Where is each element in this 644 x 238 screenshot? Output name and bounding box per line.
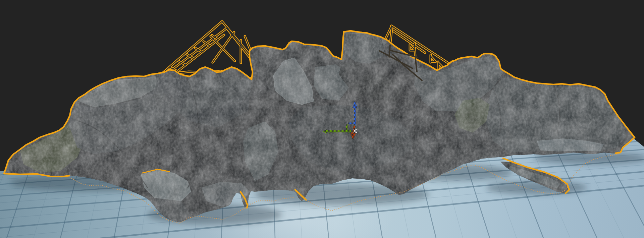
viewport-canvas[interactable] [0, 0, 644, 238]
gizmo-center-handle[interactable] [354, 129, 357, 133]
rock-cliff-mesh[interactable] [0, 20, 644, 238]
scene-overlay [0, 0, 644, 238]
rock-texture-noise [0, 20, 644, 238]
